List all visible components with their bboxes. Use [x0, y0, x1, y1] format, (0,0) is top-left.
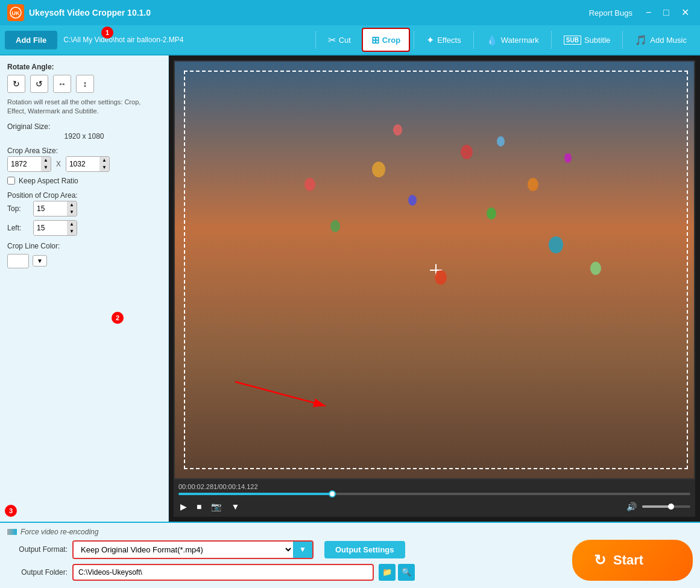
crop-width-arrows: ▲ ▼: [41, 157, 51, 171]
color-box[interactable]: [7, 254, 29, 268]
folder-search-button[interactable]: 🔍: [398, 564, 415, 581]
screenshot-button[interactable]: 📷: [209, 500, 223, 513]
minimize-button[interactable]: −: [642, 7, 655, 19]
seek-bar[interactable]: [178, 493, 690, 495]
top-input: ▲ ▼: [33, 201, 77, 217]
left-down[interactable]: ▼: [67, 228, 77, 235]
annotation-3: 3: [5, 505, 17, 517]
crop-width-input: ▲ ▼: [7, 156, 51, 172]
app-logo: UK: [7, 4, 24, 21]
tab-effects-label: Effects: [437, 36, 461, 45]
play-button[interactable]: ▶: [178, 500, 189, 513]
output-folder-label: Output Folder:: [7, 568, 68, 577]
music-icon: 🎵: [635, 34, 647, 46]
tab-add-music[interactable]: 🎵 Add Music: [626, 28, 695, 52]
rotate-cw-button[interactable]: ↻: [7, 75, 25, 93]
output-folder-input[interactable]: [72, 564, 374, 581]
top-down[interactable]: ▼: [67, 209, 77, 216]
balloon-7: [528, 178, 538, 191]
tab-effects[interactable]: ✦ Effects: [418, 28, 470, 52]
watermark-icon: 💧: [486, 34, 498, 46]
volume-thumb[interactable]: [668, 504, 674, 510]
left-up[interactable]: ▲: [67, 221, 77, 228]
title-bar: UK Ukeysoft Video Cropper 10.1.0 Report …: [0, 0, 700, 25]
force-encode-label: Force video re-encoding: [20, 528, 98, 536]
tab-cut-label: Cut: [339, 36, 351, 45]
add-file-button[interactable]: Add File: [5, 31, 57, 49]
start-label: Start: [613, 552, 643, 568]
crop-line-section: Crop Line Color: ▼: [7, 242, 161, 268]
output-format-label: Output Format:: [7, 545, 68, 554]
balloon-2: [330, 220, 340, 232]
left-arrows: ▲ ▼: [67, 221, 77, 235]
toolbar: 1 Add File C:\All My Video\hot air ballo…: [0, 25, 700, 55]
top-pos-row: Top: ▲ ▼: [7, 201, 161, 217]
maximize-button[interactable]: □: [660, 7, 673, 19]
balloon-1: [304, 178, 315, 191]
output-settings-button[interactable]: Output Settings: [324, 541, 405, 558]
output-format-row: Output Format: Keep Original Video Forma…: [7, 540, 563, 559]
effects-icon: ✦: [426, 34, 434, 46]
folder-buttons: 📁 🔍: [379, 564, 415, 581]
seek-thumb[interactable]: [329, 490, 336, 498]
report-bugs-link[interactable]: Report Bugs: [589, 8, 632, 17]
bottom-row: Output Format: Keep Original Video Forma…: [7, 540, 693, 581]
folder-browse-button[interactable]: 📁: [379, 564, 396, 581]
original-size-value: 1920 x 1080: [7, 132, 161, 141]
left-pos-row: Left: ▲ ▼: [7, 220, 161, 236]
x-separator: X: [56, 160, 61, 168]
balloon-4: [408, 195, 417, 206]
volume-progress: [642, 505, 671, 508]
rotation-note: Rotation will reset all the other settin…: [7, 98, 161, 116]
seek-progress: [178, 493, 332, 495]
start-button[interactable]: ↻ Start: [572, 540, 693, 581]
left-input: ▲ ▼: [33, 220, 77, 236]
crop-width-field[interactable]: [8, 157, 41, 171]
tab-watermark[interactable]: 💧 Watermark: [478, 28, 547, 52]
crop-width-up[interactable]: ▲: [41, 157, 51, 164]
crop-height-down[interactable]: ▼: [99, 164, 109, 171]
screenshot-dropdown-button[interactable]: ▼: [229, 500, 241, 513]
close-button[interactable]: ✕: [678, 7, 693, 19]
top-up[interactable]: ▲: [67, 201, 77, 209]
tab-separator-5: [622, 31, 623, 49]
volume-icon: 🔊: [625, 500, 639, 513]
left-label: Left:: [7, 224, 28, 232]
svg-line-3: [235, 382, 326, 406]
output-folder-row: Output Folder: 📁 🔍: [7, 564, 563, 581]
tab-subtitle[interactable]: SUB Subtitle: [555, 28, 619, 52]
crop-overlay[interactable]: [184, 71, 688, 469]
format-dropdown-button[interactable]: ▼: [293, 542, 312, 558]
balloon-11: [497, 136, 505, 147]
keep-aspect-ratio-row: Keep Aspect Ratio: [7, 177, 161, 185]
balloon-6: [487, 207, 496, 220]
color-dropdown-button[interactable]: ▼: [33, 255, 47, 267]
crop-area-size-label: Crop Area Size:: [7, 147, 161, 155]
flip-horizontal-button[interactable]: ↔: [53, 75, 71, 93]
flip-vertical-button[interactable]: ↕: [76, 75, 94, 93]
crop-height-up[interactable]: ▲: [99, 157, 109, 164]
balloon-5: [461, 145, 473, 159]
crop-line-color-label: Crop Line Color:: [7, 242, 161, 250]
crop-height-field[interactable]: [66, 157, 99, 171]
crop-width-down[interactable]: ▼: [41, 164, 51, 171]
tab-subtitle-label: Subtitle: [584, 36, 610, 45]
balloon-12: [435, 270, 447, 285]
keep-aspect-checkbox[interactable]: [7, 177, 15, 185]
balloon-3: [372, 162, 385, 177]
tab-crop[interactable]: ⊞ Crop: [362, 28, 410, 52]
balloon-8: [564, 153, 572, 163]
video-panel: 00:00:02.281/00:00:14.122 ▶ ■ 📷 ▼ 🔊: [169, 55, 700, 522]
tab-cut[interactable]: ✂ Cut: [320, 28, 359, 52]
stop-button[interactable]: ■: [195, 500, 203, 513]
volume-bar[interactable]: [642, 505, 690, 508]
left-field[interactable]: [34, 221, 67, 235]
rotate-ccw-button[interactable]: ↺: [30, 75, 48, 93]
keep-aspect-label[interactable]: Keep Aspect Ratio: [19, 177, 78, 185]
cut-icon: ✂: [328, 34, 336, 46]
format-select[interactable]: Keep Original Video Format(*.mp4): [74, 542, 293, 558]
volume-slider: 🔊: [625, 500, 690, 513]
bottom-left: Output Format: Keep Original Video Forma…: [7, 540, 563, 581]
top-field[interactable]: [34, 201, 67, 216]
position-section: Position of Crop Area: Top: ▲ ▼ Left: ▲: [7, 191, 161, 236]
